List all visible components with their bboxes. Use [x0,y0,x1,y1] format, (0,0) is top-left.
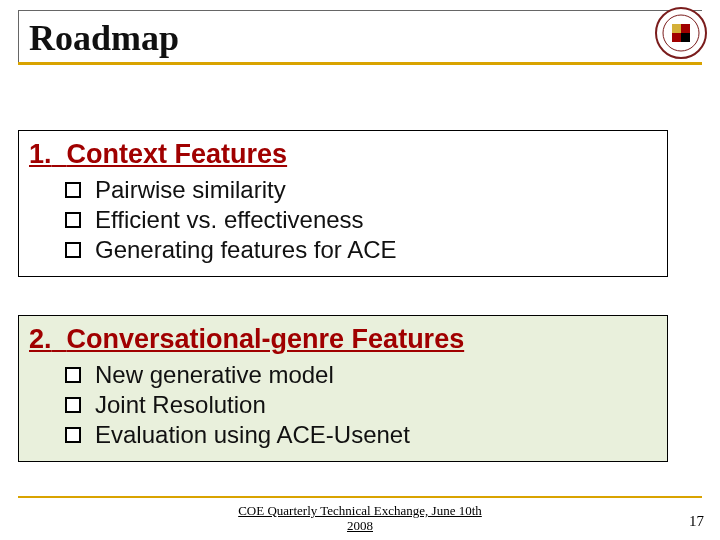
checkbox-icon [65,242,81,258]
list-item: Generating features for ACE [65,236,657,264]
title-underline [18,62,702,65]
bullet-text: New generative model [95,361,334,389]
svg-rect-5 [681,33,690,42]
list-item: Joint Resolution [65,391,657,419]
checkbox-icon [65,367,81,383]
checkbox-icon [65,397,81,413]
bullet-text: Joint Resolution [95,391,266,419]
bullet-text: Efficient vs. effectiveness [95,206,364,234]
section-1-title: Context Features [67,139,288,169]
section-1-box: 1. Context Features Pairwise similarity … [18,130,668,277]
section-2-heading: 2. Conversational-genre Features [29,324,657,355]
checkbox-icon [65,427,81,443]
svg-rect-4 [672,33,681,42]
section-1-number: 1. [29,139,52,169]
bullet-text: Evaluation using ACE-Usenet [95,421,410,449]
section-2-number: 2. [29,324,52,354]
section-1-heading: 1. Context Features [29,139,657,170]
footer-line-1: COE Quarterly Technical Exchange, June 1… [238,503,482,518]
list-item: Pairwise similarity [65,176,657,204]
bullet-text: Generating features for ACE [95,236,397,264]
title-container: Roadmap [18,10,702,63]
list-item: New generative model [65,361,657,389]
slide-title: Roadmap [29,17,702,59]
list-item: Efficient vs. effectiveness [65,206,657,234]
footer-text: COE Quarterly Technical Exchange, June 1… [0,503,720,534]
footer-line-2: 2008 [347,518,373,533]
page-number: 17 [689,513,704,530]
section-2-box: 2. Conversational-genre Features New gen… [18,315,668,462]
svg-rect-3 [681,24,690,33]
list-item: Evaluation using ACE-Usenet [65,421,657,449]
checkbox-icon [65,182,81,198]
checkbox-icon [65,212,81,228]
bullet-text: Pairwise similarity [95,176,286,204]
university-seal-icon [654,6,708,60]
svg-rect-2 [672,24,681,33]
section-2-title: Conversational-genre Features [67,324,465,354]
footer-rule [18,496,702,498]
